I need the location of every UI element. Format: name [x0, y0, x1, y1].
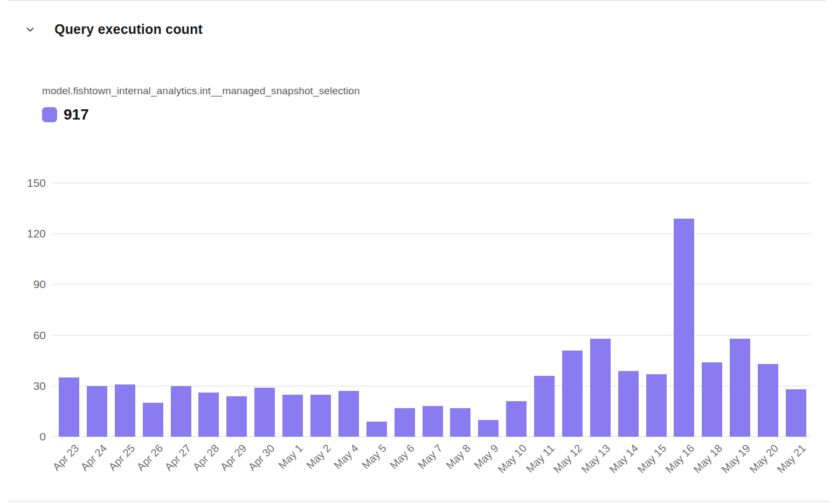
- bar[interactable]: [562, 351, 583, 437]
- bar[interactable]: [115, 384, 135, 437]
- bar[interactable]: [506, 401, 527, 437]
- grid-line: [52, 335, 810, 336]
- bar[interactable]: [59, 377, 79, 437]
- bar-chart-plot-area: 0306090120150Apr 23Apr 24Apr 25Apr 26Apr…: [52, 183, 810, 437]
- legend-series-name: model.fishtown_internal_analytics.int__m…: [42, 85, 360, 97]
- x-axis-tick-label: Apr 26: [134, 442, 165, 473]
- bar[interactable]: [786, 389, 806, 437]
- y-axis-tick-label: 30: [33, 380, 46, 393]
- bar[interactable]: [450, 408, 471, 437]
- legend-color-swatch: [42, 107, 57, 122]
- x-axis-tick-label: May 10: [495, 442, 529, 476]
- grid-line: [52, 233, 810, 234]
- x-axis-tick-label: Apr 23: [50, 442, 81, 473]
- x-axis-tick-label: May 15: [635, 442, 669, 476]
- x-axis-tick-label: May 2: [303, 442, 333, 472]
- chevron-down-icon: [24, 24, 36, 36]
- bar[interactable]: [198, 393, 219, 437]
- legend-series-row[interactable]: 917: [42, 106, 360, 123]
- bar[interactable]: [310, 395, 331, 437]
- bar[interactable]: [702, 362, 722, 437]
- x-axis-tick-label: Apr 27: [162, 442, 193, 473]
- x-axis-tick-label: Apr 30: [246, 442, 278, 473]
- bar[interactable]: [143, 403, 163, 437]
- grid-line: [52, 386, 810, 387]
- card-top-divider: [8, 0, 826, 1]
- x-axis-tick-label: May 20: [747, 442, 781, 476]
- bar[interactable]: [171, 386, 191, 437]
- bar[interactable]: [87, 386, 107, 437]
- x-axis-tick-label: Apr 25: [106, 442, 137, 473]
- x-axis-tick-label: May 19: [719, 442, 753, 476]
- card-bottom-divider: [8, 501, 830, 502]
- bar[interactable]: [730, 339, 750, 437]
- bar[interactable]: [758, 364, 778, 437]
- x-axis-tick-label: May 4: [331, 442, 361, 472]
- x-axis-tick-label: May 13: [579, 442, 613, 476]
- grid-line: [52, 183, 810, 184]
- legend-total-value: 917: [64, 106, 89, 123]
- bar[interactable]: [395, 408, 415, 437]
- y-axis-tick-label: 150: [27, 177, 46, 190]
- bar[interactable]: [478, 420, 499, 437]
- x-axis-tick-label: May 5: [359, 442, 389, 472]
- collapse-section-button[interactable]: [24, 24, 36, 36]
- bar[interactable]: [282, 395, 303, 437]
- x-axis-tick-label: Apr 28: [190, 442, 222, 473]
- bar[interactable]: [423, 406, 443, 437]
- bar[interactable]: [366, 422, 387, 437]
- bar[interactable]: [674, 219, 694, 437]
- x-axis-tick-label: May 12: [551, 442, 585, 476]
- y-axis-tick-label: 0: [39, 430, 46, 443]
- bar[interactable]: [646, 374, 667, 437]
- page-title: Query execution count: [54, 22, 203, 37]
- bar[interactable]: [254, 388, 275, 437]
- x-axis-tick-label: Apr 29: [218, 442, 250, 473]
- grid-line: [52, 284, 810, 285]
- card-header: Query execution count: [24, 22, 203, 37]
- x-axis-tick-label: May 1: [276, 442, 306, 472]
- x-axis-tick-label: May 21: [775, 442, 809, 476]
- bar[interactable]: [338, 391, 359, 437]
- y-axis-tick-label: 60: [33, 329, 46, 342]
- bar[interactable]: [590, 339, 611, 437]
- x-axis-tick-label: May 8: [444, 442, 473, 472]
- chart-legend: model.fishtown_internal_analytics.int__m…: [42, 85, 360, 123]
- y-axis-tick-label: 120: [27, 227, 46, 240]
- query-execution-count-card: Query execution count model.fishtown_int…: [0, 0, 830, 504]
- bar[interactable]: [226, 396, 247, 437]
- x-axis-tick-label: Apr 24: [78, 442, 109, 473]
- x-axis-tick-label: May 7: [416, 442, 445, 472]
- bar[interactable]: [534, 376, 555, 437]
- x-axis-tick-label: May 18: [691, 442, 725, 476]
- bar[interactable]: [618, 371, 639, 437]
- y-axis-tick-label: 90: [33, 278, 46, 291]
- x-axis-tick-label: May 16: [663, 442, 697, 476]
- x-axis-tick-label: May 11: [524, 442, 557, 475]
- x-axis-tick-label: May 14: [607, 442, 641, 476]
- x-axis-tick-label: May 6: [388, 442, 417, 472]
